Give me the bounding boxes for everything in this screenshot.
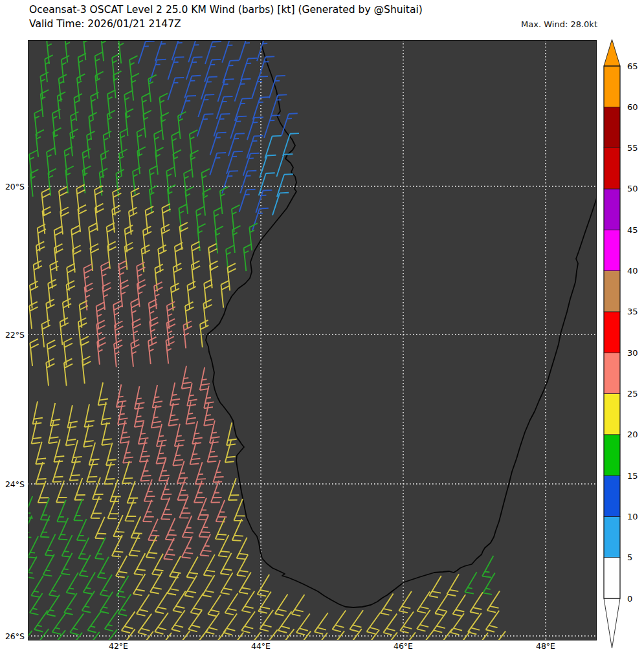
gridlines [28, 41, 596, 640]
colorbar-segment-10-15 [604, 476, 620, 516]
wind-barb-salmon [153, 385, 166, 410]
wind-barb-yellow [128, 208, 139, 235]
wind-barb-yellow [145, 206, 156, 234]
wind-barb-green [173, 150, 184, 177]
wind-barb-green [89, 113, 100, 140]
wind-barb-lightblue [260, 153, 276, 180]
wind-barb-yellow [37, 224, 48, 251]
wind-barb-yellow [204, 554, 223, 579]
wind-barb-salmon [151, 405, 164, 430]
wind-barb-salmon [166, 301, 177, 329]
colorbar-label-30: 30 [627, 348, 638, 358]
wind-barb-yellow [348, 629, 368, 640]
colorbar-label-50: 50 [627, 184, 638, 193]
wind-barb-yellow [456, 631, 477, 640]
wind-barb-yellow [203, 575, 222, 600]
wind-barb-yellow [221, 281, 232, 308]
map-plot-area [28, 40, 597, 640]
y-tick-22s: 22°S [0, 330, 25, 340]
wind-barb-yellow [76, 184, 87, 212]
wind-barb-green [87, 611, 107, 635]
wind-barb-yellow [212, 630, 232, 640]
wind-barb-yellow [90, 244, 101, 271]
wind-barb-yellow [227, 422, 240, 447]
wind-barb-blue [201, 74, 217, 102]
wind-barb-yellow [486, 611, 506, 635]
wind-barb-yellow [470, 593, 490, 617]
wind-barb-yellow [78, 318, 89, 345]
wind-barb-green [177, 112, 188, 139]
wind-barb-salmon [156, 441, 170, 466]
wind-barb-yellow [36, 241, 47, 268]
wind-barb-green [47, 41, 58, 64]
wind-barb-green [243, 244, 254, 271]
wind-barb-yellow [315, 613, 335, 637]
wind-barb-salmon [120, 280, 131, 307]
wind-barb-blue [230, 114, 247, 142]
wind-barb-yellow [150, 572, 170, 596]
wind-barb-green [65, 41, 76, 63]
wind-barb-green [219, 187, 230, 214]
colorbar-segment-55-60 [604, 107, 620, 148]
colorbar-label-60: 60 [627, 102, 638, 112]
wind-barb-green [101, 41, 112, 61]
wind-barb-green [70, 613, 91, 637]
wind-barb-green [76, 74, 87, 101]
wind-barb-yellow [124, 225, 135, 252]
wind-barb-blue [197, 111, 214, 139]
wind-barb-yellow [32, 421, 45, 446]
wind-barb-yellow [46, 300, 57, 327]
wind-barb-blue [222, 168, 238, 196]
wind-barb-blue [210, 150, 226, 178]
colorbar-segment-25-30 [604, 353, 620, 393]
wind-barb-salmon [200, 367, 213, 392]
wind-barb-green [77, 519, 94, 543]
colorbar-segment-0-5 [604, 558, 620, 598]
max-wind-annotation: Max. Wind: 28.0kt [521, 19, 597, 29]
wind-barb-green [83, 41, 94, 60]
wind-barb-green [98, 557, 117, 582]
wind-barb-yellow [296, 614, 317, 638]
wind-barb-yellow [41, 320, 52, 347]
wind-barb-salmon [216, 500, 233, 525]
wind-barb-green [113, 71, 124, 98]
wind-barb-salmon [157, 424, 170, 448]
wind-barb-blue [168, 75, 184, 103]
wind-barb-blue [252, 206, 269, 234]
wind-barb-yellow [400, 612, 420, 636]
wind-barb-yellow [161, 224, 172, 252]
colorbar-label-35: 35 [627, 307, 638, 316]
wind-barb-yellow [170, 283, 181, 311]
wind-barb-yellow [225, 593, 245, 617]
wind-barb-yellow [332, 611, 352, 635]
wind-barb-green [148, 75, 159, 102]
x-tick-44e: 44°E [251, 641, 271, 651]
colorbar-segment-45-50 [604, 189, 620, 230]
wind-barb-salmon [114, 340, 125, 367]
wind-barb-yellow [417, 591, 437, 615]
wind-barb-blue [198, 92, 214, 120]
wind-barb-green [40, 516, 58, 540]
colorbar-label-45: 45 [627, 225, 638, 235]
wind-barb-green [82, 591, 102, 615]
wind-barb-yellow [383, 614, 404, 638]
wind-barb-salmon [177, 478, 193, 503]
wind-barb-salmon [182, 366, 195, 391]
colorbar-label-65: 65 [627, 61, 638, 71]
y-tick-26s: 26°S [0, 631, 25, 641]
wind-barb-yellow [203, 300, 214, 327]
colorbar-label-25: 25 [627, 389, 638, 399]
wind-barb-green [57, 500, 74, 525]
wind-barb-yellow [447, 574, 467, 599]
wind-barb-yellow [101, 402, 114, 426]
wind-barb-salmon [148, 337, 159, 364]
wind-barb-green [185, 187, 196, 214]
wind-barb-salmon [187, 383, 200, 408]
wind-barb-yellow [29, 301, 40, 329]
wind-barb-yellow [137, 595, 157, 618]
chart-title: Oceansat-3 OSCAT Level 2 25.0 KM Wind (b… [29, 3, 423, 17]
wind-barb-yellow [36, 462, 50, 487]
wind-barb-blue [186, 54, 203, 82]
wind-barb-yellow [30, 339, 41, 366]
wind-barb-field [28, 41, 512, 640]
